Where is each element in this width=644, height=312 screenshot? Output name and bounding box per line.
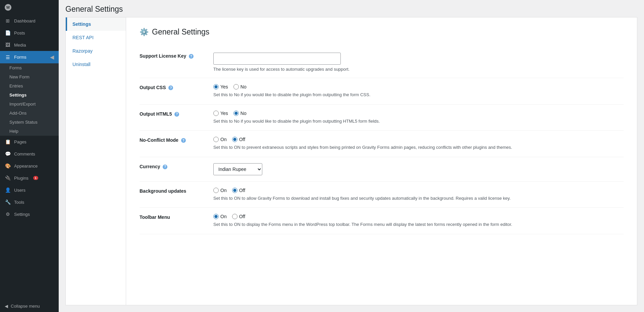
sidebar-submenu-system-status[interactable]: System Status: [0, 118, 59, 127]
bg-updates-on-radio[interactable]: [213, 188, 219, 193]
bg-updates-off-option[interactable]: Off: [232, 188, 245, 193]
toolbar-menu-on-radio[interactable]: [213, 214, 219, 219]
settings-gear-icon: ⚙️: [140, 28, 149, 37]
output-css-no-option[interactable]: No: [233, 84, 247, 89]
toolbar-menu-off-option[interactable]: Off: [232, 214, 245, 219]
sidebar-item-appearance[interactable]: 🎨 Appearance: [0, 160, 59, 172]
sub-nav-rest-api[interactable]: REST API: [66, 31, 126, 44]
posts-icon: 📄: [5, 30, 11, 36]
no-conflict-off-option[interactable]: Off: [232, 137, 245, 142]
collapse-icon: ◀: [5, 304, 8, 309]
plugins-icon: 🔌: [5, 175, 11, 181]
output-html5-help-icon[interactable]: ?: [174, 112, 179, 117]
toolbar-menu-radio-group: On Off: [213, 214, 624, 219]
currency-help-icon[interactable]: ?: [163, 165, 167, 169]
output-css-no-radio[interactable]: [233, 84, 239, 89]
sub-nav-uninstall[interactable]: Uninstall: [66, 58, 126, 71]
setting-value-bg-updates: On Off Set this to ON to allow Gravity F…: [213, 181, 624, 208]
output-html5-radio-group: Yes No: [213, 111, 624, 116]
license-key-help-icon[interactable]: ?: [189, 54, 194, 59]
license-key-input[interactable]: [213, 53, 341, 65]
sidebar: W ⊞ Dashboard 📄 Posts 🖼 Media ☰ Forms ◀ …: [0, 0, 59, 312]
no-conflict-off-radio[interactable]: [232, 137, 237, 142]
sub-nav-settings[interactable]: Settings: [66, 17, 126, 31]
media-icon: 🖼: [5, 42, 11, 48]
setting-label-bg-updates: Background updates: [140, 181, 213, 208]
sidebar-submenu-import-export[interactable]: Import/Export: [0, 100, 59, 109]
setting-label-output-css: Output CSS ?: [140, 78, 213, 105]
output-css-hint: Set this to No if you would like to disa…: [213, 91, 624, 98]
setting-row-license-key: Support License Key ? The license key is…: [140, 47, 624, 78]
settings-panel: ⚙️ General Settings Support License Key …: [126, 17, 637, 305]
sidebar-submenu-forms[interactable]: Forms: [0, 63, 59, 72]
bg-updates-hint: Set this to ON to allow Gravity Forms to…: [213, 195, 624, 202]
sidebar-item-pages[interactable]: 📋 Pages: [0, 136, 59, 148]
content-area: Settings REST API Razorpay Uninstall ⚙️ …: [59, 17, 644, 312]
pages-icon: 📋: [5, 139, 11, 145]
sidebar-submenu-add-ons[interactable]: Add-Ons: [0, 109, 59, 118]
setting-label-currency: Currency ?: [140, 157, 213, 181]
setting-value-output-html5: Yes No Set this to No if you would like …: [213, 104, 624, 131]
setting-row-toolbar-menu: Toolbar Menu On Off: [140, 208, 624, 234]
license-key-hint: The license key is used for access to au…: [213, 67, 624, 72]
currency-select[interactable]: Indian Rupee US Dollar Euro British Poun…: [213, 163, 262, 175]
toolbar-menu-on-option[interactable]: On: [213, 214, 227, 219]
bg-updates-on-option[interactable]: On: [213, 188, 227, 193]
forms-submenu: Forms New Form Entries Settings Import/E…: [0, 63, 59, 136]
bg-updates-off-radio[interactable]: [232, 188, 237, 193]
wp-logo-icon: W: [5, 4, 11, 11]
forms-icon: ☰: [5, 54, 11, 60]
collapse-menu-button[interactable]: ◀ Collapse menu: [0, 300, 59, 312]
comments-icon: 💬: [5, 151, 11, 157]
output-css-yes-radio[interactable]: [213, 84, 219, 89]
sidebar-item-plugins[interactable]: 🔌 Plugins 1: [0, 172, 59, 184]
appearance-icon: 🎨: [5, 163, 11, 169]
setting-label-output-html5: Output HTML5 ?: [140, 104, 213, 131]
sidebar-submenu-settings[interactable]: Settings: [0, 90, 59, 100]
output-html5-yes-radio[interactable]: [213, 111, 219, 116]
sidebar-item-users[interactable]: 👤 Users: [0, 184, 59, 196]
setting-label-toolbar-menu: Toolbar Menu: [140, 208, 213, 234]
toolbar-menu-off-radio[interactable]: [232, 214, 237, 219]
setting-label-license-key: Support License Key ?: [140, 47, 213, 78]
sidebar-submenu-new-form[interactable]: New Form: [0, 72, 59, 81]
plugins-badge: 1: [33, 176, 38, 180]
output-css-help-icon[interactable]: ?: [168, 85, 173, 90]
settings-panel-header: ⚙️ General Settings: [140, 27, 624, 37]
main-content: General Settings Settings REST API Razor…: [59, 0, 644, 312]
setting-row-output-html5: Output HTML5 ? Yes N: [140, 104, 624, 131]
no-conflict-help-icon[interactable]: ?: [181, 138, 186, 143]
toolbar-menu-hint: Set this to ON to display the Forms menu…: [213, 221, 624, 228]
sidebar-item-posts[interactable]: 📄 Posts: [0, 27, 59, 39]
sidebar-item-tools[interactable]: 🔧 Tools: [0, 196, 59, 208]
output-css-radio-group: Yes No: [213, 84, 624, 89]
sidebar-item-settings-wp[interactable]: ⚙ Settings: [0, 208, 59, 220]
settings-wp-icon: ⚙: [5, 211, 11, 217]
sidebar-submenu-entries[interactable]: Entries: [0, 81, 59, 90]
output-html5-hint: Set this to No if you would like to disa…: [213, 118, 624, 125]
dashboard-icon: ⊞: [5, 18, 11, 24]
setting-label-no-conflict: No-Conflict Mode ?: [140, 131, 213, 157]
sidebar-item-comments[interactable]: 💬 Comments: [0, 148, 59, 160]
sidebar-item-media[interactable]: 🖼 Media: [0, 39, 59, 51]
wp-logo: W: [0, 0, 59, 15]
sub-nav: Settings REST API Razorpay Uninstall: [65, 17, 126, 305]
setting-value-license-key: The license key is used for access to au…: [213, 47, 624, 78]
tools-icon: 🔧: [5, 199, 11, 205]
page-title: General Settings: [59, 0, 644, 17]
sidebar-item-forms[interactable]: ☰ Forms ◀: [0, 51, 59, 63]
output-html5-no-option[interactable]: No: [233, 111, 247, 116]
setting-value-currency: Indian Rupee US Dollar Euro British Poun…: [213, 157, 624, 181]
output-html5-no-radio[interactable]: [233, 111, 239, 116]
no-conflict-on-radio[interactable]: [213, 137, 219, 142]
sidebar-submenu-help[interactable]: Help: [0, 127, 59, 136]
setting-value-output-css: Yes No Set this to No if you would like …: [213, 78, 624, 105]
sidebar-item-dashboard[interactable]: ⊞ Dashboard: [0, 15, 59, 27]
output-css-yes-option[interactable]: Yes: [213, 84, 228, 89]
setting-row-currency: Currency ? Indian Rupee US Dollar Euro B…: [140, 157, 624, 181]
setting-value-no-conflict: On Off Set this to ON to prevent extrane…: [213, 131, 624, 157]
no-conflict-on-option[interactable]: On: [213, 137, 227, 142]
output-html5-yes-option[interactable]: Yes: [213, 111, 228, 116]
setting-row-bg-updates: Background updates On Off: [140, 181, 624, 208]
sub-nav-razorpay[interactable]: Razorpay: [66, 44, 126, 58]
